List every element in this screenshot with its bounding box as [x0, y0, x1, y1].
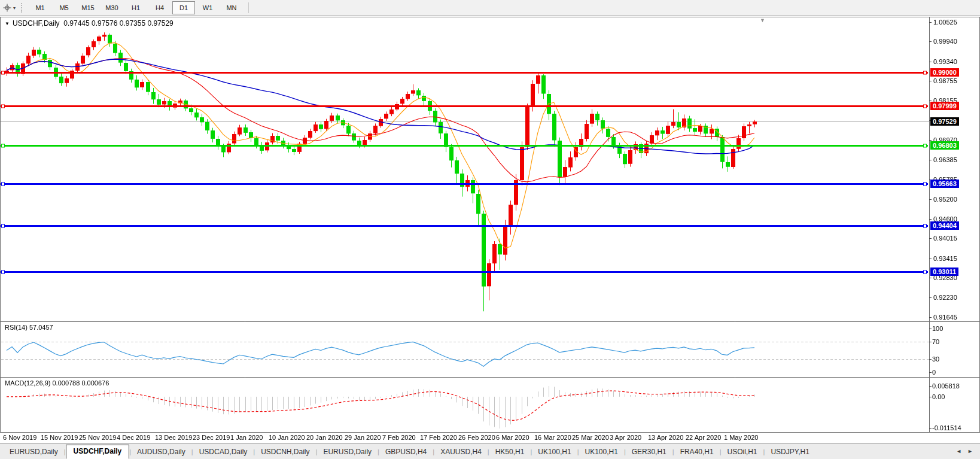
symbol-tab-usoil-h1[interactable]: USOil,H1	[722, 445, 763, 459]
symbol-tab-uk100-h1[interactable]: UK100,H1	[532, 445, 577, 459]
tab-scroll-right-icon[interactable]: ►	[967, 448, 973, 454]
symbol-tabbar: EURUSD,Daily|USDCHF,Daily|AUDUSD,Daily|U…	[0, 443, 980, 459]
tab-scroll-nav: ◄ ►	[956, 448, 973, 459]
symbol-tab-uk100-h1[interactable]: UK100,H1	[579, 445, 624, 459]
trading-platform-window: ▾ M1M5M15M30H1H4D1W1MN ▼USDCHF,Daily 0.9…	[0, 0, 980, 459]
symbol-tab-fra40-h1[interactable]: FRA40,H1	[674, 445, 720, 459]
symbol-tab-usdcnh-daily[interactable]: USDCNH,Daily	[255, 445, 315, 459]
symbol-tab-xauusd-h4[interactable]: XAUUSD,H4	[434, 445, 488, 459]
chart-canvas[interactable]	[0, 0, 980, 443]
symbol-tab-eurusd-daily[interactable]: EURUSD,Daily	[317, 445, 378, 459]
symbol-tab-gbpusd-h4[interactable]: GBPUSD,H4	[379, 445, 433, 459]
symbol-tab-ger30-h1[interactable]: GER30,H1	[626, 445, 672, 459]
symbol-tab-usdchf-daily[interactable]: USDCHF,Daily	[66, 445, 130, 459]
tab-scroll-left-icon[interactable]: ◄	[956, 448, 961, 454]
symbol-tab-audusd-daily[interactable]: AUDUSD,Daily	[131, 445, 191, 459]
symbol-tab-hk50-h1[interactable]: HK50,H1	[489, 445, 531, 459]
symbol-tab-usdcad-daily[interactable]: USDCAD,Daily	[193, 445, 254, 459]
symbol-tab-usdjpy-h1[interactable]: USDJPY,H1	[765, 445, 815, 459]
symbol-tab-eurusd-daily[interactable]: EURUSD,Daily	[4, 445, 64, 459]
